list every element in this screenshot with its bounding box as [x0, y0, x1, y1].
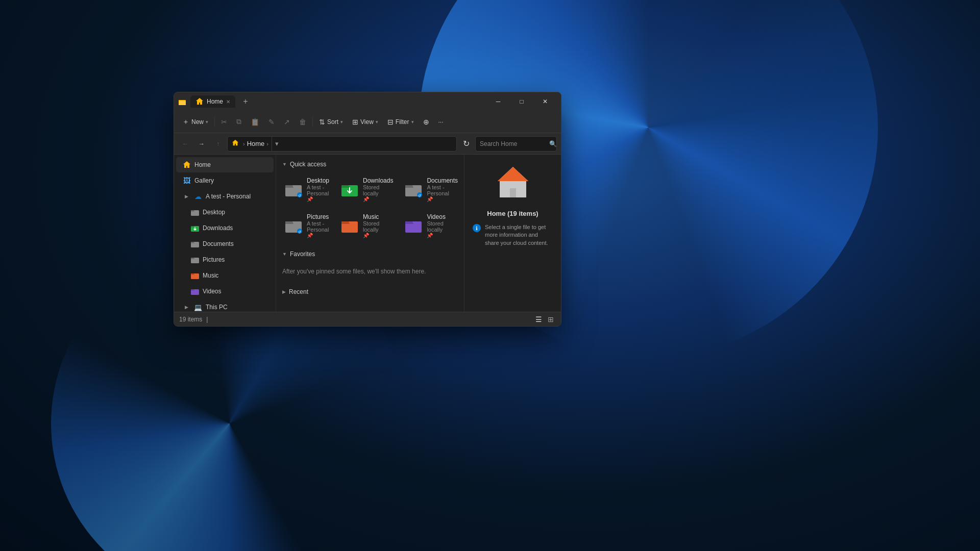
- sidebar-item-gallery[interactable]: 🖼 Gallery: [176, 173, 274, 188]
- list-view-icon: ☰: [535, 315, 542, 323]
- pictures-folder-icon: [190, 255, 200, 264]
- favorites-label: Favorites: [290, 251, 315, 258]
- qa-pictures-pin: 📌: [307, 233, 329, 238]
- quick-access-chevron: ▼: [282, 162, 287, 167]
- forward-icon: →: [199, 140, 205, 147]
- new-tab-button[interactable]: +: [239, 95, 252, 108]
- qa-downloads-name: Downloads: [363, 177, 393, 184]
- cut-button[interactable]: ✂: [217, 115, 231, 129]
- music-folder-icon: [190, 271, 200, 280]
- item-count: 19 items: [179, 316, 202, 323]
- address-path[interactable]: › Home › ▾: [227, 136, 457, 152]
- sort-dropdown-icon: ▾: [340, 119, 343, 124]
- status-left: 19 items |: [179, 316, 208, 323]
- sidebar-documents-label: Documents: [203, 240, 260, 247]
- quick-access-header[interactable]: ▼ Quick access: [280, 159, 460, 170]
- favorites-chevron: ▼: [282, 252, 287, 257]
- rename-button[interactable]: ✎: [264, 115, 279, 129]
- qa-documents[interactable]: ↺ Documents A test - Personal 📌: [400, 173, 462, 206]
- up-button[interactable]: ↑: [211, 137, 225, 151]
- qa-videos-pin: 📌: [427, 233, 458, 238]
- downloads-folder-icon: [190, 223, 200, 233]
- qa-videos-subtitle: Stored locally: [427, 220, 458, 233]
- close-button[interactable]: ✕: [533, 92, 557, 111]
- tab-home-icon: [195, 97, 204, 106]
- sidebar-item-desktop[interactable]: Desktop 📌: [176, 205, 274, 220]
- qa-downloads-subtitle: Stored locally: [363, 184, 393, 196]
- sidebar-item-downloads[interactable]: Downloads 📌: [176, 220, 274, 236]
- svg-rect-1: [179, 101, 186, 105]
- recent-header[interactable]: ▶ Recent: [280, 286, 460, 297]
- sidebar-thispc-label: This PC: [206, 304, 270, 311]
- more-options-button[interactable]: ···: [434, 116, 448, 128]
- qa-music-subtitle: Stored locally: [363, 220, 393, 233]
- favorites-section: ▼ Favorites After you've pinned some fil…: [280, 248, 460, 280]
- qa-desktop-info: Desktop A test - Personal 📌: [307, 177, 329, 202]
- refresh-button[interactable]: ↻: [459, 137, 473, 151]
- title-bar: Home ✕ + ─ □ ✕: [174, 92, 561, 111]
- quick-access-grid: ↺ Desktop A test - Personal 📌: [280, 173, 460, 242]
- copy-button[interactable]: ⧉: [232, 115, 246, 129]
- view-button[interactable]: ⊞ View ▾: [348, 115, 382, 129]
- up-icon: ↑: [216, 140, 219, 147]
- main-content: ▼ Quick access ↺: [276, 155, 464, 312]
- sidebar-atest-label: A test - Personal: [206, 193, 270, 200]
- share-icon: ↗: [284, 118, 290, 126]
- explorer-window: Home ✕ + ─ □ ✕ ＋ New ▾ ✂ ⧉ 📋 ✎: [174, 92, 561, 327]
- delete-button[interactable]: 🗑: [295, 115, 310, 129]
- main-panel: ▼ Quick access ↺: [276, 155, 464, 312]
- sidebar-item-videos[interactable]: Videos 📌: [176, 284, 274, 299]
- qa-desktop-icon: ↺: [284, 181, 303, 199]
- explorer-app-icon: [178, 97, 186, 106]
- qa-music-pin: 📌: [363, 233, 393, 238]
- toolbar: ＋ New ▾ ✂ ⧉ 📋 ✎ ↗ 🗑 ⇅ Sort ▾ ⊞: [174, 111, 561, 133]
- rename-icon: ✎: [268, 118, 275, 126]
- new-button[interactable]: ＋ New ▾: [178, 115, 212, 129]
- search-box[interactable]: 🔍: [475, 136, 557, 152]
- info-home-icon: [493, 163, 533, 204]
- favorites-header[interactable]: ▼ Favorites: [280, 248, 460, 260]
- sidebar-item-music[interactable]: Music 📌: [176, 268, 274, 283]
- breadcrumb: › Home ›: [242, 140, 270, 147]
- qa-videos-icon: [404, 217, 423, 235]
- detail-view-button[interactable]: ⊞: [546, 314, 556, 324]
- qa-downloads-icon: [340, 181, 359, 199]
- back-button[interactable]: ←: [178, 137, 192, 151]
- search-input[interactable]: [480, 140, 546, 147]
- qa-music[interactable]: Music Stored locally 📌: [336, 209, 397, 242]
- breadcrumb-home[interactable]: Home: [247, 140, 265, 147]
- tab-close-icon[interactable]: ✕: [226, 99, 230, 105]
- minimize-button[interactable]: ─: [486, 92, 510, 111]
- share-button[interactable]: ↗: [280, 115, 294, 129]
- active-tab[interactable]: Home ✕: [190, 95, 235, 108]
- qa-downloads[interactable]: Downloads Stored locally 📌: [336, 173, 397, 206]
- qa-downloads-pin: 📌: [363, 196, 393, 202]
- sidebar-item-home[interactable]: Home: [176, 157, 274, 172]
- qa-pictures[interactable]: ↺ Pictures A test - Personal 📌: [280, 209, 333, 242]
- qa-music-name: Music: [363, 213, 393, 220]
- filter-button[interactable]: ⊟ Filter ▾: [383, 115, 418, 129]
- paste-button[interactable]: 📋: [247, 115, 263, 129]
- sidebar-item-atest[interactable]: ▶ ☁ A test - Personal: [176, 189, 274, 204]
- sort-button[interactable]: ⇅ Sort ▾: [315, 115, 347, 129]
- see-more-button[interactable]: ⊕: [419, 115, 433, 129]
- qa-documents-pin: 📌: [427, 196, 458, 202]
- tab-label: Home: [207, 98, 223, 105]
- forward-button[interactable]: →: [194, 137, 209, 151]
- status-bar: 19 items | ☰ ⊞: [174, 312, 561, 326]
- address-bar: ← → ↑ › Home › ▾ ↻ 🔍: [174, 133, 561, 155]
- maximize-button[interactable]: □: [510, 92, 533, 111]
- qa-desktop[interactable]: ↺ Desktop A test - Personal 📌: [280, 173, 333, 206]
- qa-music-icon: [340, 217, 359, 235]
- expand-thispc-icon: ▶: [182, 303, 190, 311]
- sidebar-item-documents[interactable]: Documents 📌: [176, 236, 274, 252]
- sidebar-home-label: Home: [194, 161, 270, 168]
- address-dropdown[interactable]: ▾: [272, 137, 282, 151]
- sidebar-desktop-label: Desktop: [203, 209, 260, 216]
- desktop-folder-icon: [190, 208, 200, 217]
- sidebar-item-pictures[interactable]: Pictures 📌: [176, 252, 274, 267]
- list-view-button[interactable]: ☰: [533, 314, 544, 324]
- qa-videos[interactable]: Videos Stored locally 📌: [400, 209, 462, 242]
- qa-pictures-subtitle: A test - Personal: [307, 220, 329, 233]
- sidebar-item-thispc[interactable]: ▶ 💻 This PC: [176, 299, 274, 312]
